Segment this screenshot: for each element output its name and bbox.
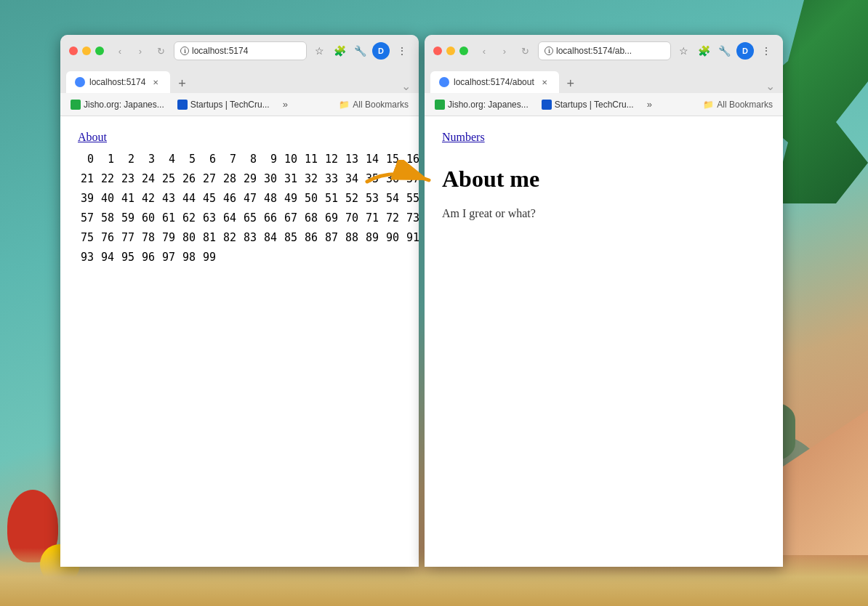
forward-button-left[interactable]: › [133, 44, 148, 58]
numbers-row-93: 93949596979899 [78, 248, 401, 267]
numbers-link[interactable]: Numbers [442, 131, 485, 143]
url-text-left: localhost:5174 [192, 46, 248, 56]
url-bar-left[interactable]: ℹ localhost:5174 [174, 41, 307, 60]
about-body-text: Am I great or what? [442, 207, 765, 220]
refresh-button-left[interactable]: ↻ [153, 44, 168, 58]
bookmark-jisho-right[interactable]: Jisho.org: Japanes... [430, 97, 533, 112]
back-button-right[interactable]: ‹ [477, 44, 491, 58]
all-bookmarks-left[interactable]: 📁 All Bookmarks [334, 97, 413, 112]
bookmark-techcrunch-left[interactable]: Startups | TechCru... [173, 97, 274, 112]
traffic-light-red-left[interactable] [69, 47, 78, 55]
tab-overflow-right[interactable]: ⌄ [763, 78, 777, 93]
new-tab-button-left[interactable]: + [172, 74, 192, 93]
bookmark-techcrunch-right[interactable]: Startups | TechCru... [537, 97, 638, 112]
bookmark-label-tc-left: Startups | TechCru... [190, 100, 270, 110]
about-link[interactable]: About [78, 131, 107, 143]
traffic-lights-left [69, 47, 104, 55]
about-heading: About me [442, 166, 765, 193]
tab-right-active[interactable]: localhost:5174/about ✕ [430, 71, 559, 93]
traffic-light-yellow-right[interactable] [446, 47, 455, 55]
traffic-light-green-left[interactable] [95, 47, 104, 55]
bookmarks-bar-right: Jisho.org: Japanes... Startups | TechCru… [425, 93, 783, 116]
all-bookmarks-label-right: All Bookmarks [717, 100, 773, 110]
bookmark-star-right[interactable]: ☆ [675, 43, 691, 59]
back-button-left[interactable]: ‹ [113, 44, 127, 58]
page-content-right: Numbers About me Am I great or what? [425, 116, 783, 567]
tab-title-left: localhost:5174 [89, 77, 145, 87]
tab-close-left[interactable]: ✕ [150, 76, 161, 88]
folder-icon-left: 📁 [339, 100, 350, 110]
tab-bar-right: localhost:5174/about ✕ + ⌄ [425, 67, 783, 93]
all-bookmarks-label-left: All Bookmarks [353, 100, 409, 110]
bookmark-jisho-left[interactable]: Jisho.org: Japanes... [66, 97, 169, 112]
bookmarks-bar-left: Jisho.org: Japanes... Startups | TechCru… [60, 93, 419, 116]
numbers-row-57: 575859606162636465666768697071727374 [78, 209, 401, 228]
address-bar-right: ℹ localhost:5174/ab... ☆ 🧩 🔧 D ⋮ [538, 41, 774, 60]
folder-icon-right: 📁 [703, 100, 714, 110]
bookmark-favicon-jisho-left [71, 100, 81, 110]
extension-btn-right[interactable]: 🧩 [696, 43, 712, 59]
title-bar-left: ‹ › ↻ ℹ localhost:5174 ☆ 🧩 🔧 D ⋮ [60, 35, 419, 67]
all-bookmarks-right[interactable]: 📁 All Bookmarks [699, 97, 777, 112]
page-content-left: About 01234567891011121314151617181920 2… [60, 116, 419, 567]
user-avatar-right[interactable]: D [736, 42, 754, 60]
bookmark-favicon-tc-left [177, 100, 188, 110]
bookmark-label-jisho-right: Jisho.org: Japanes... [448, 100, 529, 110]
numbers-row-0: 01234567891011121314151617181920 [78, 150, 401, 169]
bookmark-favicon-jisho-right [435, 100, 445, 110]
browsers-container: ‹ › ↻ ℹ localhost:5174 ☆ 🧩 🔧 D ⋮ localho… [60, 35, 783, 567]
new-tab-button-right[interactable]: + [560, 74, 581, 93]
traffic-light-yellow-left[interactable] [82, 47, 91, 55]
numbers-grid: 01234567891011121314151617181920 2122232… [78, 150, 401, 267]
refresh-button-right[interactable]: ↻ [518, 44, 532, 58]
tab-bar-left: localhost:5174 ✕ + ⌄ [60, 67, 419, 93]
traffic-lights-right [433, 47, 468, 55]
traffic-light-red-right[interactable] [433, 47, 442, 55]
url-security-icon-right: ℹ [544, 47, 553, 55]
tab-title-right: localhost:5174/about [454, 77, 534, 87]
url-security-icon-left: ℹ [180, 47, 189, 55]
user-avatar-left[interactable]: D [372, 42, 390, 60]
tab-overflow-left[interactable]: ⌄ [398, 78, 413, 93]
title-bar-right: ‹ › ↻ ℹ localhost:5174/ab... ☆ 🧩 🔧 D ⋮ [425, 35, 783, 67]
tab-left-active[interactable]: localhost:5174 ✕ [66, 71, 170, 93]
traffic-light-green-right[interactable] [459, 47, 468, 55]
extension2-btn-left[interactable]: 🔧 [352, 43, 368, 59]
tab-favicon-left [75, 77, 85, 87]
extension-btn-left[interactable]: 🧩 [331, 43, 347, 59]
bookmark-label-tc-right: Startups | TechCru... [555, 100, 634, 110]
numbers-row-21: 212223242526272829303132333435363738 [78, 169, 401, 189]
browser-window-right: ‹ › ↻ ℹ localhost:5174/ab... ☆ 🧩 🔧 D ⋮ l… [425, 35, 783, 567]
numbers-row-39: 394041424344454647484950515253545556 [78, 189, 401, 209]
menu-button-left[interactable]: ⋮ [394, 43, 410, 59]
numbers-row-75: 757677787980818283848586878889909192 [78, 228, 401, 248]
menu-button-right[interactable]: ⋮ [758, 43, 774, 59]
url-text-right: localhost:5174/ab... [556, 46, 632, 56]
extension2-btn-right[interactable]: 🔧 [716, 43, 732, 59]
bookmark-label-jisho-left: Jisho.org: Japanes... [84, 100, 164, 110]
tab-favicon-right [439, 77, 449, 87]
browser-window-left: ‹ › ↻ ℹ localhost:5174 ☆ 🧩 🔧 D ⋮ localho… [60, 35, 419, 567]
bookmark-star-left[interactable]: ☆ [311, 43, 327, 59]
more-bookmarks-left[interactable]: » [278, 97, 292, 112]
tab-close-right[interactable]: ✕ [539, 76, 550, 88]
forward-button-right[interactable]: › [497, 44, 512, 58]
more-bookmarks-right[interactable]: » [643, 97, 656, 112]
url-bar-right[interactable]: ℹ localhost:5174/ab... [538, 41, 671, 60]
bookmark-favicon-tc-right [542, 100, 552, 110]
address-bar-left: ℹ localhost:5174 ☆ 🧩 🔧 D ⋮ [174, 41, 410, 60]
